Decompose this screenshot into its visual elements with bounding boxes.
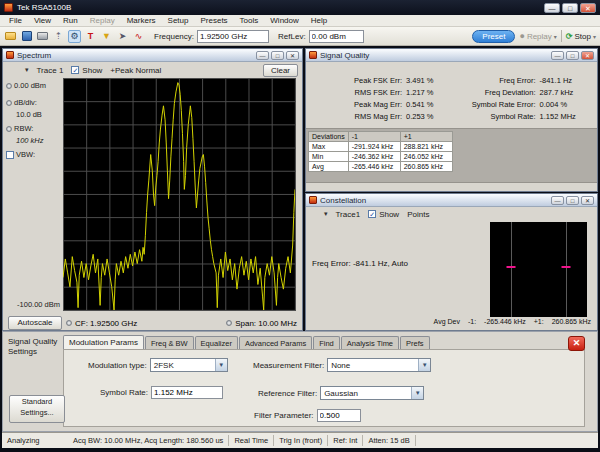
span-value[interactable]: Span: 10.00 MHz [235, 319, 297, 328]
constellation-show-checkbox[interactable]: ✓ [368, 210, 376, 218]
menu-window[interactable]: Window [265, 16, 303, 25]
reflev-input[interactable] [309, 30, 364, 43]
tab-modulation-params[interactable]: Modulation Params [63, 335, 144, 350]
constellation-trace-dropdown-icon[interactable]: ▾ [324, 210, 328, 218]
replay-dropdown-icon[interactable]: ▾ [554, 33, 557, 40]
filter-parameter-input[interactable] [317, 409, 361, 422]
trace-dropdown-icon[interactable]: ▾ [25, 66, 29, 74]
stop-dropdown-icon[interactable]: ▾ [593, 33, 596, 40]
settings-panel-label: Signal Quality Settings [8, 337, 57, 357]
select-arrow-icon[interactable]: ➤ [116, 30, 129, 43]
constellation-gridline-0 [511, 222, 512, 317]
constellation-close-button[interactable]: ✕ [581, 196, 594, 205]
status-atten: Atten: 15 dB [363, 435, 415, 446]
trace-label[interactable]: Trace 1 [37, 66, 64, 75]
trace-math-icon[interactable]: ∿ [132, 30, 145, 43]
pin-icon[interactable]: ⇡ [52, 30, 65, 43]
tab-freq-bw[interactable]: Freq & BW [145, 336, 194, 349]
close-button[interactable]: ✕ [580, 3, 596, 13]
open-folder-icon[interactable] [4, 30, 17, 43]
status-bar: Analyzing Acq BW: 10.00 MHz, Acq Length:… [2, 432, 598, 448]
frequency-field-group: Frequency: [154, 30, 269, 43]
settings-gear-icon[interactable]: ⚙ [68, 30, 81, 43]
cf-value[interactable]: CF: 1.92500 GHz [75, 319, 137, 328]
constellation-maximize-button[interactable]: □ [566, 196, 579, 205]
autoscale-button[interactable]: Autoscale [8, 316, 62, 330]
constellation-title: Constellation [320, 196, 366, 205]
tab-find[interactable]: Find [313, 336, 340, 349]
menu-setup[interactable]: Setup [163, 16, 194, 25]
menu-bar: File View Run Replay Markers Setup Prese… [0, 15, 600, 27]
constellation-window: Constellation — □ ✕ ▾ Trace1 ✓ Show Poin… [305, 193, 598, 331]
spectrum-maximize-button[interactable]: □ [271, 51, 284, 60]
replay-button: ● Replay ▾ [519, 31, 556, 41]
tab-prefs[interactable]: Prefs [400, 336, 430, 349]
dbdiv-value[interactable]: 10.0 dB [3, 110, 63, 119]
maximize-button[interactable]: □ [562, 3, 578, 13]
spectrum-ref-level[interactable]: 0.00 dBm [14, 81, 46, 90]
reference-filter-select[interactable]: Gaussian▼ [320, 386, 424, 400]
rbw-value[interactable]: 100 kHz [3, 136, 63, 145]
signal-quality-window-icon [309, 51, 317, 59]
title-bar: Tek RSA5100B — □ ✕ [0, 0, 600, 15]
tab-advanced-params[interactable]: Advanced Params [239, 336, 312, 349]
signal-quality-title: Signal Quality [320, 51, 369, 60]
measurement-filter-select[interactable]: None▼ [327, 358, 431, 372]
spectrum-minimize-button[interactable]: — [256, 51, 269, 60]
trace-show-checkbox[interactable]: ✓ [71, 66, 79, 74]
menu-markers[interactable]: Markers [122, 16, 161, 25]
menu-help[interactable]: Help [306, 16, 332, 25]
tab-analysis-time[interactable]: Analysis Time [341, 336, 399, 349]
menu-run[interactable]: Run [58, 16, 83, 25]
span-spinner-icon[interactable] [226, 320, 232, 326]
reflevel-spinner-icon[interactable] [6, 83, 12, 89]
freq-deviation-value: 287.7 kHz [540, 88, 574, 97]
signal-quality-maximize-button[interactable]: □ [566, 51, 579, 60]
constellation-titlebar[interactable]: Constellation — □ ✕ [306, 194, 597, 207]
vbw-checkbox[interactable]: ✓ [6, 151, 14, 159]
constellation-points-label[interactable]: Points [407, 210, 429, 219]
spectrum-bottom-level: -100.00 dBm [17, 300, 60, 309]
frequency-input[interactable] [197, 30, 269, 43]
print-icon[interactable] [36, 30, 49, 43]
menu-presets[interactable]: Presets [195, 16, 232, 25]
trace-mode-label[interactable]: +Peak Normal [110, 66, 161, 75]
rbw-spinner-icon[interactable] [6, 126, 12, 132]
signal-quality-close-button[interactable]: ✕ [581, 51, 594, 60]
marker-icon[interactable]: T [84, 30, 97, 43]
modulation-type-select[interactable]: 2FSK▼ [150, 358, 228, 372]
standard-settings-button[interactable]: Standard Settings... [9, 395, 65, 423]
stop-button[interactable]: ⟳ Stop ▾ [566, 32, 596, 41]
settings-close-button[interactable]: ✕ [568, 336, 585, 351]
minimize-button[interactable]: — [544, 3, 560, 13]
deviations-area: Deviations -1 +1 Max -291.924 kHz 288.82… [306, 128, 597, 183]
signal-quality-metrics-right: Freq Error:-841.1 Hz Freq Deviation:287.… [448, 76, 576, 124]
spectrum-window-icon [6, 51, 14, 59]
spectrum-trace [63, 83, 295, 310]
cf-spinner-icon[interactable] [66, 320, 72, 326]
preset-button[interactable]: Preset [472, 30, 515, 43]
menu-file[interactable]: File [4, 16, 27, 25]
menu-view[interactable]: View [29, 16, 56, 25]
avg-dev-neg-label: -1: [468, 318, 476, 325]
spectrum-titlebar[interactable]: Spectrum — □ ✕ [3, 49, 302, 62]
signal-quality-minimize-button[interactable]: — [551, 51, 564, 60]
dbdiv-spinner-icon[interactable] [6, 100, 12, 106]
tab-equalizer[interactable]: Equalizer [195, 336, 238, 349]
spectrum-window: Spectrum — □ ✕ ▾ Trace 1 ✓ Show +Peak No… [2, 48, 303, 331]
save-icon[interactable] [20, 30, 33, 43]
constellation-trace-controls: ▾ Trace1 ✓ Show Points [306, 207, 597, 221]
constellation-minimize-button[interactable]: — [551, 196, 564, 205]
stop-icon: ⟳ [566, 32, 573, 41]
signal-quality-titlebar[interactable]: Signal Quality — □ ✕ [306, 49, 597, 62]
symbol-rate-input[interactable] [151, 386, 223, 399]
constellation-show-label: Show [379, 210, 399, 219]
constellation-trace-label[interactable]: Trace1 [336, 210, 361, 219]
display-icon[interactable]: ▼ [100, 30, 113, 43]
avg-dev-pos-label: +1: [534, 318, 544, 325]
constellation-window-icon [309, 196, 317, 204]
status-ref: Ref: Int [328, 435, 363, 446]
spectrum-close-button[interactable]: ✕ [286, 51, 299, 60]
menu-tools[interactable]: Tools [235, 16, 264, 25]
clear-button[interactable]: Clear [263, 64, 298, 77]
